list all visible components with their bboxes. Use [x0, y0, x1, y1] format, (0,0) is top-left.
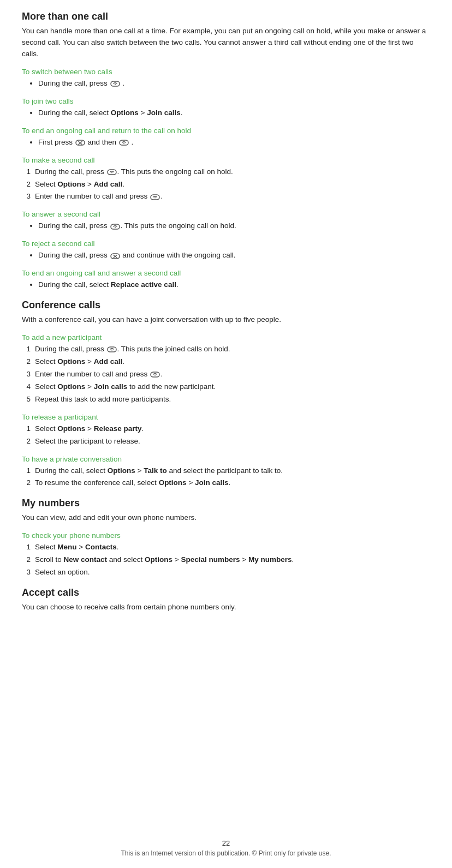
- list-item: During the call, press .: [38, 78, 430, 89]
- call-icon-2: [118, 137, 129, 148]
- heading-make-second: To make a second call: [22, 156, 430, 164]
- list-item: During the call, press and continue with…: [38, 250, 430, 261]
- svg-point-9: [111, 172, 112, 173]
- list-item: 1 Select Options > Release party.: [22, 423, 430, 435]
- text-reject-second: During the call, press and continue with…: [38, 251, 235, 259]
- list-add-participant: 1 During the call, press . This puts the…: [22, 344, 430, 405]
- list-item: During the call, select Options > Join c…: [38, 107, 430, 119]
- end-icon: [75, 137, 86, 148]
- heading-answer-second: To answer a second call: [22, 210, 430, 218]
- list-item: 3 Select an option.: [22, 567, 430, 578]
- heading-switch-calls: To switch between two calls: [22, 68, 430, 76]
- list-end-answer-second: During the call, select Replace active c…: [38, 279, 430, 291]
- list-item: 1 During the call, press . This puts the…: [22, 166, 430, 178]
- list-item: 2 Select Options > Add call.: [22, 179, 430, 190]
- text-during-call-switch: During the call, press: [38, 79, 110, 87]
- page-number: 22: [0, 839, 452, 847]
- list-item: 3 Enter the number to call and press .: [22, 369, 430, 380]
- list-item: 4 Select Options > Join calls to add the…: [22, 381, 430, 393]
- svg-point-7: [123, 143, 124, 144]
- list-release-participant: 1 Select Options > Release party. 2 Sele…: [22, 423, 430, 447]
- list-answer-second: During the call, press . This puts the o…: [38, 220, 430, 232]
- heading-add-participant: To add a new participant: [22, 333, 430, 342]
- heading-join-calls: To join two calls: [22, 97, 430, 105]
- section-title-accept-calls: Accept calls: [22, 587, 430, 598]
- section-title-my-numbers: My numbers: [22, 498, 430, 509]
- heading-release-participant: To release a participant: [22, 413, 430, 421]
- section-intro-conference: With a conference call, you can have a j…: [22, 314, 430, 326]
- list-reject-second: During the call, press and continue with…: [38, 250, 430, 261]
- heading-reject-second: To reject a second call: [22, 240, 430, 248]
- svg-point-11: [154, 197, 156, 198]
- heading-end-answer-second: To end an ongoing call and answer a seco…: [22, 269, 430, 277]
- list-item: 2 Select Options > Add call.: [22, 356, 430, 368]
- section-intro-my-numbers: You can view, add and edit your own phon…: [22, 512, 430, 524]
- page-footer: 22 This is an Internet version of this p…: [0, 839, 452, 857]
- list-join-calls: During the call, select Options > Join c…: [38, 107, 430, 119]
- text-join-before: During the call, select Options > Join c…: [38, 109, 183, 117]
- text-period-switch: .: [122, 79, 124, 87]
- list-item: 2 To resume the conference call, select …: [22, 477, 430, 489]
- section-more-than-one-call: More than one call You can handle more t…: [22, 11, 430, 291]
- footer-text: This is an Internet version of this publ…: [0, 849, 452, 857]
- list-item: 2 Scroll to New contact and select Optio…: [22, 554, 430, 566]
- text-end-return: First press: [38, 138, 75, 146]
- list-item: 3 Enter the number to call and press .: [22, 191, 430, 202]
- list-item: During the call, press . This puts the o…: [38, 220, 430, 232]
- list-item: 5 Repeat this task to add more participa…: [22, 394, 430, 405]
- svg-point-18: [111, 350, 112, 351]
- list-switch-calls: During the call, press .: [38, 78, 430, 89]
- call-icon: [110, 78, 121, 89]
- section-title-conference: Conference calls: [22, 300, 430, 311]
- list-item: 1 Select Menu > Contacts.: [22, 542, 430, 553]
- list-item: 1 During the call, select Options > Talk…: [22, 465, 430, 477]
- section-title-more: More than one call: [22, 11, 430, 22]
- text-end-period: .: [132, 138, 134, 146]
- heading-check-numbers: To check your phone numbers: [22, 531, 430, 540]
- main-content: More than one call You can handle more t…: [22, 11, 430, 613]
- svg-point-20: [154, 375, 156, 376]
- list-end-return: First press and then .: [38, 137, 430, 148]
- heading-private-conversation: To have a private conversation: [22, 455, 430, 463]
- list-item: First press and then .: [38, 137, 430, 148]
- list-item: During the call, select Replace active c…: [38, 279, 430, 291]
- section-conference-calls: Conference calls With a conference call,…: [22, 300, 430, 489]
- svg-point-2: [115, 84, 116, 85]
- text-and-then: and then: [88, 138, 118, 146]
- section-intro-accept-calls: You can choose to receive calls from cer…: [22, 602, 430, 613]
- section-my-numbers: My numbers You can view, add and edit yo…: [22, 498, 430, 578]
- list-private-conversation: 1 During the call, select Options > Talk…: [22, 465, 430, 489]
- list-item: 1 During the call, press . This puts the…: [22, 344, 430, 355]
- section-intro-more: You can handle more than one call at a t…: [22, 26, 430, 60]
- text-answer-second: During the call, press . This puts the o…: [38, 222, 236, 230]
- list-make-second: 1 During the call, press . This puts the…: [22, 166, 430, 203]
- svg-point-13: [115, 226, 116, 228]
- section-accept-calls: Accept calls You can choose to receive c…: [22, 587, 430, 613]
- list-check-numbers: 1 Select Menu > Contacts. 2 Scroll to Ne…: [22, 542, 430, 578]
- text-end-answer-second: During the call, select Replace active c…: [38, 280, 179, 289]
- list-item: 2 Select the participant to release.: [22, 436, 430, 447]
- heading-end-return: To end an ongoing call and return to the…: [22, 127, 430, 135]
